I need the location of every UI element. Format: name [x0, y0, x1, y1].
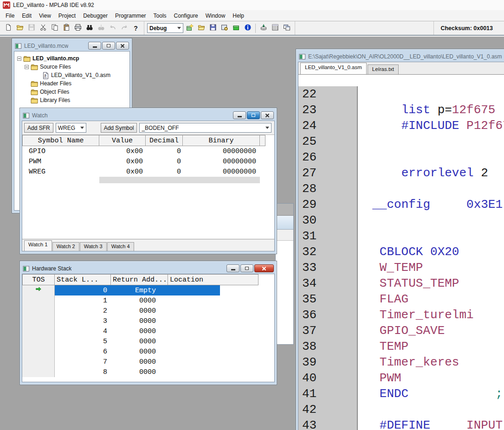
code-segment: ; [495, 387, 503, 401]
collapse-expander-icon[interactable] [17, 57, 21, 61]
save-workspace-button[interactable] [207, 23, 218, 33]
restore-button[interactable] [240, 264, 253, 272]
close-button[interactable] [116, 42, 129, 50]
open-file-button[interactable] [14, 23, 25, 33]
sfr-select[interactable]: WREG [56, 123, 86, 133]
watch-row-pwm[interactable]: PWM0x00000000000 [22, 156, 274, 167]
app-titlebar[interactable]: LED_villanto - MPLAB IDE v8.92 [0, 0, 504, 10]
build-button[interactable] [219, 23, 230, 33]
editor-tab-led-villanto-v1-0-asm[interactable]: LED_villanto_V1_0.asm [300, 63, 367, 74]
editor-window-titlebar[interactable]: E:\Sajat\Regebbiek\ON_AIR\OL2000D__LED_v… [298, 51, 504, 62]
menu-help[interactable]: Help [229, 11, 248, 20]
stack-row-8[interactable]: 80000 [22, 367, 274, 377]
tree-item-led-villanto-mcp[interactable]: LED_villanto.mcp [15, 54, 129, 63]
program-target-button[interactable] [258, 23, 269, 33]
stack-row-2[interactable]: 20000 [22, 306, 274, 316]
menu-view[interactable]: View [35, 11, 55, 20]
tree-item-label: Library Files [40, 97, 70, 103]
code-text: __config 0x3E1 [358, 198, 503, 212]
menu-window[interactable]: Window [202, 11, 229, 20]
tree-item-library-files[interactable]: Library Files [15, 96, 129, 104]
watch-cell: PWM [22, 158, 99, 166]
new-file-button[interactable] [3, 23, 13, 33]
new-project-button[interactable] [184, 23, 195, 33]
watch-window-titlebar[interactable]: Watch [22, 110, 275, 121]
menu-configure[interactable]: Configure [170, 11, 202, 20]
code-line-27: 27 errorlevel 2 [298, 165, 504, 181]
project-tree: LED_villanto.mcpSource FilesaLED_villant… [14, 51, 129, 107]
chevron-down-icon [265, 127, 269, 129]
code-segment: 2 [474, 166, 488, 180]
open-project-button[interactable] [196, 23, 207, 33]
make-button[interactable] [231, 23, 241, 33]
help-button[interactable]: ? [130, 23, 141, 33]
code-segment [430, 418, 466, 430]
stack-level-cell: 8 [55, 368, 111, 376]
close-button[interactable] [261, 111, 274, 119]
code-line-23: 23 list p=12f675 [298, 102, 504, 118]
cut-button[interactable] [38, 23, 48, 33]
stack-row-4[interactable]: 40000 [22, 326, 274, 336]
stack-row-5[interactable]: 50000 [22, 336, 274, 347]
collapse-expander-icon[interactable] [25, 65, 29, 69]
window-layout-button[interactable] [281, 23, 292, 33]
menu-file[interactable]: File [2, 11, 18, 20]
code-text: STATUS_TEMP [358, 276, 459, 290]
code-segment: p= [430, 103, 452, 117]
tree-item-led-villanto-v1-0-asm[interactable]: aLED_villanto_V1_0.asm [15, 71, 129, 79]
minimize-button[interactable] [233, 111, 246, 119]
restore-button[interactable] [247, 111, 260, 119]
copy-button[interactable] [49, 23, 60, 33]
tree-item-source-files[interactable]: Source Files [15, 63, 129, 71]
add-symbol-button[interactable]: Add Symbol [101, 123, 137, 133]
paste-button[interactable] [61, 23, 71, 33]
watch-row-wreg[interactable]: WREG0x00000000000 [22, 167, 274, 177]
watch-tab-watch-4[interactable]: Watch 4 [107, 242, 134, 251]
watch-empty-row[interactable] [22, 177, 274, 183]
build-configuration-value: Debug [149, 25, 167, 32]
code-line-29: 29 __config 0x3E1 [298, 197, 504, 212]
project-window-titlebar[interactable]: LED_villanto.mcw [14, 40, 130, 51]
code-segment [430, 198, 466, 212]
editor-tab-bar: LED_villanto_V1_0.asmLeíras.txt [298, 62, 504, 75]
menu-edit[interactable]: Edit [18, 11, 35, 20]
find-button[interactable] [84, 23, 95, 33]
menu-project[interactable]: Project [55, 11, 79, 20]
build-configuration-select[interactable]: Debug [147, 23, 183, 33]
code-segment [358, 308, 380, 322]
tree-item-header-files[interactable]: Header Files [15, 79, 129, 88]
settings-grid-button[interactable] [270, 23, 280, 33]
add-sfr-button[interactable]: Add SFR [24, 123, 53, 133]
stack-row-0[interactable]: 0Empty [22, 285, 274, 295]
menu-debugger[interactable]: Debugger [79, 11, 111, 20]
device-info-button[interactable] [242, 23, 253, 33]
stack-window-titlebar[interactable]: Hardware Stack [22, 263, 275, 274]
close-button[interactable] [254, 264, 274, 272]
code-editor[interactable]: 2223 list p=12f67524 #INCLUDE P12f672526… [298, 86, 504, 430]
watch-tab-watch-1[interactable]: Watch 1 [24, 240, 52, 251]
background-window-toolbar [276, 230, 293, 241]
watch-tab-watch-2[interactable]: Watch 2 [52, 242, 79, 251]
project-window-icon [15, 43, 22, 49]
stack-row-3[interactable]: 30000 [22, 316, 274, 326]
symbol-select[interactable]: _BODEN_OFF [139, 123, 271, 133]
menu-programmer[interactable]: Programmer [111, 11, 150, 20]
mdi-workspace: LED_villanto.mcw LED_villanto.mcpSource … [0, 37, 504, 430]
print-button[interactable] [72, 23, 83, 33]
watch-window-title: Watch [32, 112, 48, 119]
editor-window-icon [299, 53, 306, 60]
project-window-title: LED_villanto.mcw [24, 43, 68, 49]
watch-tab-watch-3[interactable]: Watch 3 [80, 242, 107, 251]
minimize-button[interactable] [88, 42, 101, 50]
stack-row-7[interactable]: 70000 [22, 357, 274, 367]
restore-button[interactable] [102, 42, 115, 50]
stack-level-cell: 3 [55, 317, 111, 325]
tree-item-object-files[interactable]: Object Files [15, 88, 129, 96]
menu-tools[interactable]: Tools [150, 11, 170, 20]
stack-row-6[interactable]: 60000 [22, 347, 274, 357]
editor-tab-le-ras-txt[interactable]: Leíras.txt [368, 64, 399, 74]
minimize-button[interactable] [226, 264, 239, 272]
restore-icon [107, 44, 110, 47]
watch-row-gpio[interactable]: GPIO0x00000000000 [22, 146, 274, 156]
stack-row-1[interactable]: 10000 [22, 295, 274, 306]
